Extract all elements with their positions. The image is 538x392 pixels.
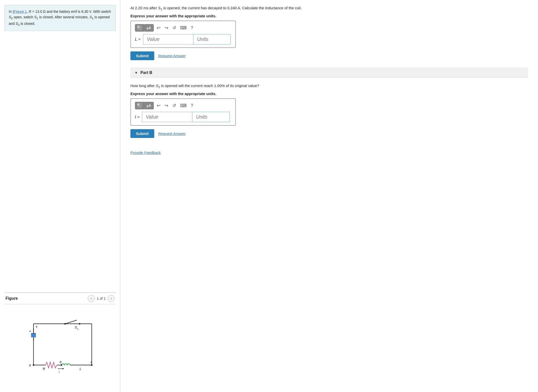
part-b-request-answer[interactable]: Request Answer [158,131,186,136]
svg-text:c: c [90,360,92,364]
keyboard-btn-a[interactable]: ⌨ [179,24,188,31]
figure-title: Figure [6,296,18,301]
part-a-request-answer[interactable]: Request Answer [158,54,186,58]
format-matrix-btn-a[interactable] [135,24,144,32]
svg-text:L: L [80,367,81,371]
prev-figure-button[interactable]: ‹ [88,295,95,302]
part-b-question: How long after S1 is opened will the cur… [130,83,528,90]
svg-text:S: S [75,326,77,329]
figure-link[interactable]: Figure 1 [14,10,27,14]
format-btn-group-b: μÅ [135,102,154,109]
part-b-action-row: Submit Request Answer [130,129,528,138]
figure-count: 1 of 1 [97,296,106,300]
part-b-section: How long after S1 is opened will the cur… [130,83,528,138]
svg-text:ε: ε [36,325,38,328]
part-b-input-row: t = [135,112,231,122]
figure-header: Figure ‹ 1 of 1 › [5,292,116,304]
reset-btn-b[interactable]: ↺ [171,102,177,109]
svg-point-28 [60,364,62,366]
svg-text:i: i [59,370,59,373]
svg-rect-35 [137,104,139,105]
redo-btn-b[interactable]: ↪ [164,102,169,109]
svg-point-14 [79,323,80,325]
help-btn-a[interactable]: ? [190,25,194,31]
part-a-answer-box: μÅ ↩ ↪ ↺ ⌨ ? L = [130,21,236,48]
redo-btn-a[interactable]: ↪ [164,24,169,31]
part-b-answer-box: μÅ ↩ ↪ ↺ ⌨ ? t = [130,98,236,126]
part-b-units-input[interactable] [192,112,230,122]
svg-text:1: 1 [77,327,78,330]
info-text-prefix: In ( [9,10,14,14]
svg-rect-10 [31,334,36,337]
undo-btn-a[interactable]: ↩ [156,24,162,31]
part-a-input-row: L = [135,34,231,44]
right-panel: At 2.20 ms after S1 is opened, the curre… [120,0,538,392]
express-units-label-b: Express your answer with the appropriate… [130,92,528,96]
part-b-header: ▼ Part B [130,68,528,78]
part-a-eq-label: L = [135,37,140,42]
express-units-label-a: Express your answer with the appropriate… [130,14,528,18]
next-figure-button[interactable]: › [108,295,115,302]
provide-feedback-button[interactable]: Provide Feedback [130,150,161,155]
part-b-label: Part B [140,70,152,75]
svg-line-15 [65,320,76,324]
svg-point-30 [91,364,92,366]
svg-rect-32 [140,26,141,28]
svg-rect-36 [140,104,141,105]
part-b-eq-label: t = [135,115,139,119]
svg-rect-31 [137,26,139,28]
part-b-chevron[interactable]: ▼ [134,71,138,75]
part-b-toolbar: μÅ ↩ ↪ ↺ ⌨ ? [135,102,231,109]
part-b-value-input[interactable] [142,112,192,122]
keyboard-btn-b[interactable]: ⌨ [179,102,188,109]
svg-text:+: + [29,329,31,333]
svg-rect-33 [137,28,139,30]
unit-btn-b[interactable]: μÅ [144,102,154,109]
help-btn-b[interactable]: ? [190,102,194,109]
figure-section: Figure ‹ 1 of 1 › [5,292,116,387]
part-a-section: At 2.20 ms after S1 is opened, the curre… [130,5,528,60]
svg-text:a: a [29,363,31,367]
svg-text:b: b [60,360,61,364]
svg-text:R: R [43,367,45,371]
figure-nav: ‹ 1 of 1 › [88,295,115,302]
svg-rect-38 [140,106,141,108]
undo-btn-b[interactable]: ↩ [156,102,162,109]
left-panel: In (Figure 1, R = 13.0 Ω and the battery… [0,0,120,392]
part-b-submit-button[interactable]: Submit [130,129,154,138]
circuit-diagram: + ε S 1 R [5,307,116,387]
part-a-toolbar: μÅ ↩ ↪ ↺ ⌨ ? [135,24,231,32]
part-a-units-input[interactable] [193,34,231,44]
svg-rect-34 [140,28,141,30]
part-a-action-row: Submit Request Answer [130,51,528,60]
part-a-question: At 2.20 ms after S1 is opened, the curre… [130,5,528,12]
svg-marker-21 [62,368,64,369]
unit-btn-a[interactable]: μÅ [144,24,154,32]
info-box: In (Figure 1, R = 13.0 Ω and the battery… [5,5,116,31]
circuit-svg: + ε S 1 R [15,309,105,384]
format-matrix-btn-b[interactable] [135,102,144,109]
svg-point-26 [33,364,34,366]
format-btn-group-a: μÅ [135,24,154,32]
svg-rect-37 [137,106,139,108]
part-a-submit-button[interactable]: Submit [130,51,154,60]
part-a-value-input[interactable] [143,34,193,44]
reset-btn-a[interactable]: ↺ [171,24,177,31]
